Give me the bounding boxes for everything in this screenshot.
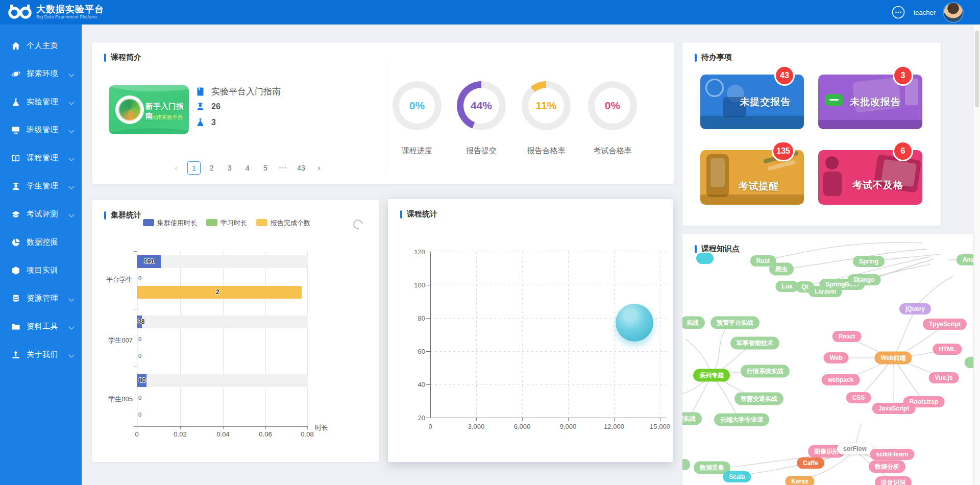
sidebar-item-experiment-mgmt[interactable]: 实验管理 (0, 88, 82, 116)
scrollbar-thumb[interactable] (975, 31, 979, 107)
message-icon[interactable] (891, 5, 905, 19)
page-button-1[interactable]: 1 (187, 161, 201, 175)
todo-tile-ungraded-reports[interactable]: 未批改报告 3 (818, 75, 922, 129)
tag-jquery[interactable]: jQuery (899, 303, 931, 314)
tag-react[interactable]: React (832, 331, 862, 342)
tag-market-system[interactable]: 行情系统实战 (741, 365, 790, 378)
tag-web-frontend[interactable]: Web前端 (874, 352, 912, 365)
t tag-scala[interactable]: Scala (723, 471, 751, 482)
page-button-4[interactable]: 4 (241, 161, 254, 175)
sidebar-label: 探索环境 (27, 69, 58, 79)
legend-swatch-yellow (256, 219, 267, 226)
tag-crawler[interactable]: 爬虫 (769, 263, 794, 276)
tag-data-analysis[interactable]: 数据分析 (869, 460, 905, 473)
app-logo[interactable]: 大数据实验平台 Big Data Experiment Platform (8, 4, 104, 20)
legend-item[interactable]: 学习时长 (206, 219, 247, 228)
section-title: 集群统计 (104, 210, 141, 220)
gridline (265, 251, 266, 426)
sidebar-item-class-mgmt[interactable]: 班级管理 (0, 116, 82, 144)
x-tick-label: 0.02 (170, 430, 190, 438)
y-tick-label: 120 (405, 248, 425, 256)
section-title: 待办事项 (695, 53, 732, 62)
legend-item[interactable]: 报告完成个数 (256, 219, 310, 228)
legend-item[interactable]: 集群使用时长 (143, 219, 197, 228)
bar-value-label: 38 (138, 318, 144, 325)
cover-subtitle: 玩转实验平台 (151, 114, 183, 121)
sidebar-item-explore-env[interactable]: 探索环境 (0, 60, 82, 88)
bd-glasses-icon (8, 4, 32, 20)
x-axis-name: 时长 (315, 423, 328, 432)
y-tick-label: 60 (405, 348, 425, 355)
tag-partial[interactable] (696, 253, 714, 264)
tag-partial[interactable]: 实战 (682, 317, 705, 329)
tag-scikit-learn[interactable]: scikit-learn (870, 449, 914, 460)
prev-page-button[interactable]: ‹ (169, 161, 183, 175)
sidebar-item-resource-mgmt[interactable]: 资源管理 (0, 284, 82, 312)
refresh-icon[interactable] (351, 217, 364, 231)
username[interactable]: teacher (914, 9, 936, 16)
sidebar-nav: 个人主页 探索环境 实验管理 班级管理 课程管理 学生管理 (0, 25, 82, 485)
sidebar-item-about-us[interactable]: 关于我们 (0, 341, 82, 369)
todo-tile-exam-failed[interactable]: 考试不及格 6 (818, 150, 922, 205)
tag-alert-platform[interactable]: 预警平台实战 (710, 317, 760, 329)
planet-icon (11, 69, 20, 79)
next-page-button[interactable]: › (312, 161, 326, 175)
sidebar-item-home[interactable]: 个人主页 (0, 32, 82, 60)
tag-typescript[interactable]: TpyeScript (923, 319, 967, 330)
tag-html[interactable]: HTML (933, 344, 962, 355)
category-label: 学生005 (101, 395, 133, 404)
course-stats-card: 课程统计 120 100 80 60 40 20 0 3,000 (388, 199, 673, 462)
tag-smart-traffic[interactable]: 智慧交通实战 (734, 393, 783, 405)
gridline (430, 252, 666, 252)
x-tick-label: 12,000 (599, 423, 629, 430)
sidebar-item-course-mgmt[interactable]: 课程管理 (0, 144, 82, 172)
avatar[interactable] (944, 3, 963, 22)
sidebar-item-exam-eval[interactable]: 考试评测 (0, 200, 82, 228)
section-title: 课程知识点 (695, 244, 740, 254)
tag-caffe[interactable]: Caffe (797, 457, 824, 469)
sidebar-item-material-tools[interactable]: 资料工具 (0, 312, 82, 341)
tag-css[interactable]: CSS (846, 392, 871, 403)
tag-webpack[interactable]: webpack (822, 374, 860, 385)
donut-label: 报告提交 (446, 146, 517, 156)
tag-speech-recognition[interactable]: 语音识别 (875, 476, 912, 485)
tag-keras[interactable]: Keras (785, 476, 814, 485)
tag-partial[interactable] (965, 357, 973, 368)
sidebar-item-project-training[interactable]: 项目实训 (0, 256, 82, 284)
tag-web[interactable]: Web (823, 352, 848, 363)
tag-spring[interactable]: Spring (853, 256, 885, 267)
course-name[interactable]: 实验平台入门指南 (211, 86, 281, 98)
tag-javascript[interactable]: JavaScript (872, 403, 916, 414)
donut-report-submit: 44% (457, 81, 506, 130)
tag-cloud-univ[interactable]: 云端大学专业课 (714, 414, 769, 426)
tag-series-topic[interactable]: 系列专题 (693, 369, 730, 382)
gridline (223, 251, 224, 426)
tag-military-ai[interactable]: 军事智能技术 (730, 337, 779, 350)
page-button-5[interactable]: 5 (259, 161, 272, 175)
category-label: 平台学生 (101, 275, 133, 284)
tag-tensorflow-partial[interactable]: sorFlow (837, 443, 873, 454)
page-button-43[interactable]: 43 (295, 161, 308, 175)
bar-value-label: 0 (138, 275, 141, 281)
sidebar-label: 关于我们 (27, 350, 58, 359)
tag-partial[interactable]: Ans (957, 254, 973, 265)
legend-swatch-green (206, 219, 217, 226)
tag-vuejs[interactable]: Vue.js (929, 372, 959, 383)
bar-report-count[interactable] (137, 286, 302, 299)
tag-django[interactable]: Django (848, 274, 881, 285)
sidebar-item-student-mgmt[interactable]: 学生管理 (0, 172, 82, 200)
todo-tile-exam-reminder[interactable]: 考试提醒 135 (700, 150, 804, 205)
scatter-bubble[interactable] (616, 304, 653, 342)
todo-tile-unsubmitted-reports[interactable]: 未提交报告 43 (700, 75, 804, 129)
x-axis-line (430, 418, 666, 418)
page-button-2[interactable]: 2 (205, 161, 218, 175)
sidebar-item-data-mining[interactable]: 数据挖掘 (0, 228, 82, 256)
axis-tick (134, 309, 137, 309)
tag-partial[interactable]: 程实战 (682, 413, 702, 425)
page-button-3[interactable]: 3 (223, 161, 236, 175)
course-cover-image[interactable]: 新手入门指南 玩转实验平台 (109, 85, 189, 134)
bar-value-label: 2 (216, 288, 219, 296)
page-ellipsis[interactable]: ••• (277, 161, 290, 175)
axis-tick (426, 318, 430, 319)
x-tick-label: 0.08 (297, 430, 317, 438)
